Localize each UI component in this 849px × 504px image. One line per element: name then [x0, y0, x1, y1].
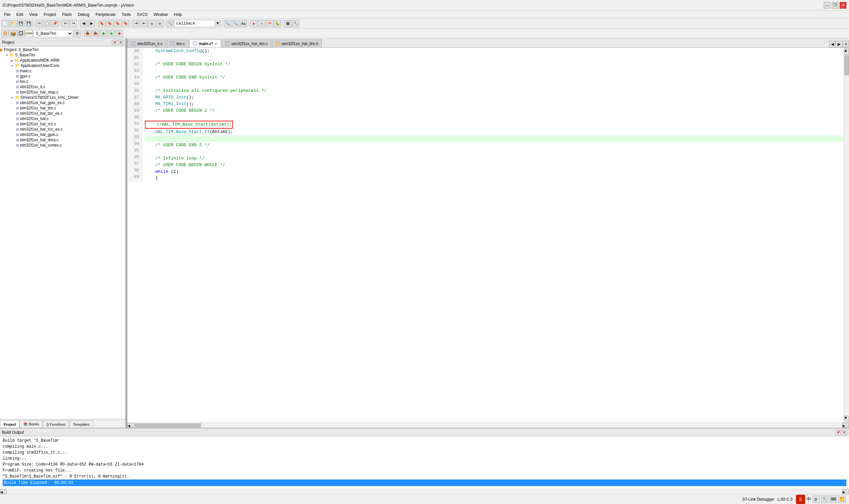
cut-button[interactable]: ✂ — [35, 20, 43, 27]
code-line-87[interactable]: MX_GPIO_Init(); — [145, 94, 844, 101]
build-pin-button[interactable]: 📌 — [835, 430, 841, 435]
code-line-96[interactable]: /* Infinite loop */ — [145, 155, 844, 162]
tab-scroll-left[interactable]: ◀ — [829, 41, 836, 48]
scroll-left-arrow[interactable]: ◀ — [127, 423, 134, 428]
nav-back-button[interactable]: ◀ — [80, 20, 87, 27]
format1-button[interactable]: ≡ — [148, 20, 156, 27]
code-line-93[interactable] — [145, 135, 844, 142]
run-button[interactable]: ● — [250, 20, 257, 27]
tree-item-stm32f1xx-hal-msp[interactable]: ⊞stm32f1xx_hal_msp.c — [0, 90, 125, 95]
save-button[interactable]: 💾 — [17, 20, 24, 27]
code-line-98[interactable]: while (1) — [145, 168, 844, 175]
tree-item-proj-root[interactable]: ▶Project: 5_BaseTim — [0, 47, 125, 52]
search-dropdown[interactable]: ▼ — [215, 20, 220, 27]
code-line-91[interactable]: //HAL_TIM_Base_Start(&htim1); — [145, 121, 844, 129]
code-scroll[interactable]: 8081828384858687888990919293949596979899… — [127, 48, 844, 422]
scroll-thumb-h[interactable] — [134, 424, 201, 427]
diamond1-button[interactable]: ◆ — [100, 30, 107, 37]
code-line-83[interactable] — [145, 68, 844, 74]
preview-button[interactable]: 🔍 — [166, 20, 174, 27]
menu-peripherals[interactable]: Peripherals — [93, 12, 119, 18]
menu-file[interactable]: File — [1, 12, 13, 18]
search-prev-button[interactable]: 🔍 — [224, 20, 231, 27]
copy-button[interactable]: 📋 — [43, 20, 51, 27]
code-line-99[interactable]: { — [145, 175, 844, 182]
code-line-80[interactable]: SystemClock_Config(); — [145, 48, 844, 54]
panel-close-button[interactable]: ✕ — [118, 40, 123, 45]
tab-templates[interactable]: Templates — [69, 420, 93, 428]
code-line-97[interactable]: /* USER CODE BEGIN WHILE */ — [145, 162, 844, 168]
tree-item-f1-cortex[interactable]: ⊞stm32f1xx_hal_cortex.c — [0, 143, 125, 148]
reset-button[interactable]: ⟳ — [266, 20, 273, 27]
open-button[interactable]: 📂 — [9, 20, 17, 27]
menu-flash[interactable]: Flash — [59, 12, 74, 18]
new-button[interactable]: 📄 — [1, 20, 8, 27]
download1-button[interactable]: 📥 — [84, 30, 91, 37]
search-input[interactable] — [175, 21, 215, 26]
scroll-up-arrow[interactable]: ▲ — [844, 48, 849, 55]
tree-item-f1-rcc[interactable]: ⊞stm32f1xx_hal_rcc.c — [0, 121, 125, 127]
minimize-button[interactable]: — — [824, 2, 830, 8]
status-btn1[interactable]: 🔊 — [813, 496, 820, 503]
stop-button[interactable]: ○ — [258, 20, 265, 27]
menu-help[interactable]: Help — [171, 12, 185, 18]
tab-stm32f1xx-it[interactable]: C stm32f1xx_it.c — [127, 39, 166, 48]
code-line-89[interactable]: /* USER CODE BEGIN 2 */ — [145, 107, 844, 114]
horizontal-scrollbar[interactable]: ◀ ▶ — [127, 422, 849, 428]
layer-icon[interactable]: 🔲 — [17, 30, 24, 37]
tab-books[interactable]: 📚 Books — [20, 420, 43, 428]
build-scroll-right[interactable]: ▶ — [842, 489, 849, 494]
code-line-86[interactable]: /* Initialize all configured peripherals… — [145, 88, 844, 94]
unindent-button[interactable]: ⇤ — [140, 20, 148, 27]
download2-button[interactable]: 📥 — [92, 30, 99, 37]
tree-item-gpio-c[interactable]: ⊞gpio.c — [0, 74, 125, 79]
code-line-88[interactable]: MX_TIM1_Init(); — [145, 101, 844, 107]
tree-item-f1-hal[interactable]: ⊞stm32f1xx_hal.c — [0, 116, 125, 121]
menu-project[interactable]: Project — [41, 12, 59, 18]
scroll-down-arrow[interactable]: ▼ — [844, 415, 849, 422]
tree-item-stm32f1xx-it-c[interactable]: ⊞stm32f1xx_it.c — [0, 84, 125, 90]
tree-item-f1-rcc-ex[interactable]: ⊞stm32f1xx_hal_rcc_ex.c — [0, 127, 125, 132]
tab-functions[interactable]: {} Functions — [43, 420, 69, 428]
code-line-84[interactable]: /* USER CODE END SysInit */ — [145, 74, 844, 81]
code-line-81[interactable] — [145, 54, 844, 61]
tree-item-tim-c[interactable]: ⊞tim.c — [0, 79, 125, 84]
bookmark3-button[interactable]: 🔖 — [114, 20, 121, 27]
tree-item-drivers-folder[interactable]: ▼📁Drivers/STM32F1xx_HAL_Driver — [0, 95, 125, 100]
tree-item-app-mdk[interactable]: ▶📁Application/MDK-ARM — [0, 58, 125, 63]
bookmark-button[interactable]: 🔖 — [98, 20, 106, 27]
status-btn3[interactable]: ⌨ — [830, 496, 837, 503]
search-next-button[interactable]: 🔍 — [232, 20, 239, 27]
status-btn2[interactable]: 🔧 — [821, 496, 828, 503]
panel-pin-button[interactable]: 📌 — [112, 40, 117, 45]
tree-item-f1-tim[interactable]: ⊞stm32f1xx_hal_tim.c — [0, 105, 125, 111]
tree-item-main-c[interactable]: ⊞main.c — [0, 68, 125, 74]
bookmark2-button[interactable]: 🔖 — [106, 20, 113, 27]
scroll-thumb-v[interactable] — [844, 55, 849, 75]
code-line-82[interactable]: /* USER CODE BEGIN SysInit */ — [145, 61, 844, 68]
load-icon[interactable]: 📦 — [9, 30, 17, 37]
target-settings-button[interactable]: ⚙ — [74, 30, 81, 37]
debug-button[interactable]: 🐛 — [274, 20, 281, 27]
redo-button[interactable]: ↪ — [70, 20, 77, 27]
tab-tim[interactable]: C tim.c — [167, 39, 189, 48]
close-button[interactable]: ✕ — [840, 2, 846, 8]
code-line-95[interactable] — [145, 148, 844, 155]
menu-tools[interactable]: Tools — [119, 12, 134, 18]
tree-item-f1-tim-ex[interactable]: ⊞stm32f1xx_hal_tim_ex.c — [0, 111, 125, 116]
build-scroll-left[interactable]: ◀ — [0, 489, 7, 494]
tree-item-f1-gpio[interactable]: ⊞stm32f1xx_hal_gpio.c — [0, 132, 125, 137]
tab-hal-tim[interactable]: C stm32f1xx_hal_tim.c — [221, 39, 271, 48]
lang-icon[interactable]: 中 — [807, 497, 811, 502]
menu-window[interactable]: Window — [151, 12, 170, 18]
tree-item-proj-5bt[interactable]: ▼📁5_BaseTim — [0, 52, 125, 58]
indent-button[interactable]: ⇥ — [132, 20, 140, 27]
tab-main[interactable]: C main.c* ✕ — [189, 39, 221, 48]
vertical-scrollbar[interactable]: ▲ ▼ — [844, 48, 849, 422]
diamond2-button[interactable]: ◆ — [108, 30, 115, 37]
build-output[interactable]: Build target '5_BaseTim'compiling main.c… — [0, 436, 849, 489]
status-btn4[interactable]: 📶 — [838, 496, 846, 503]
settings-button[interactable]: ▦ — [284, 20, 291, 27]
code-line-90[interactable] — [145, 114, 844, 121]
menu-svcs[interactable]: SVCS — [134, 12, 150, 18]
